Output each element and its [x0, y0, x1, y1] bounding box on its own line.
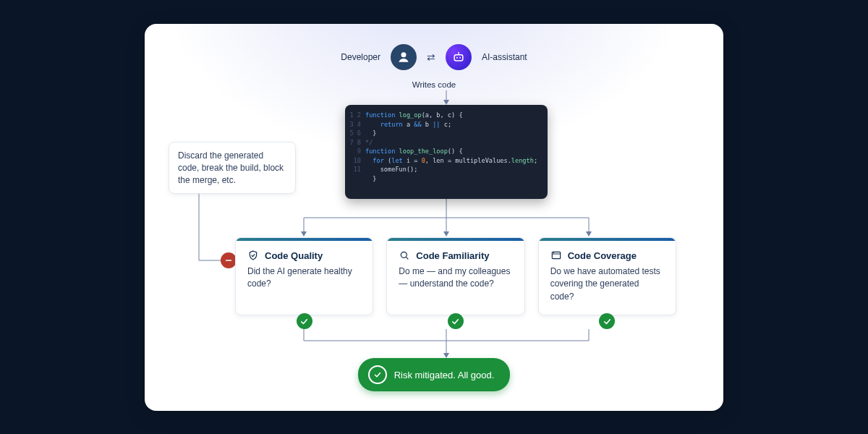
card-code-coverage: Code Coverage Do we have automated tests… — [538, 237, 676, 315]
user-icon — [391, 44, 417, 70]
criteria-row: Code Quality Did the AI generate healthy… — [235, 237, 676, 315]
swap-arrows-icon: ⇄ — [427, 54, 435, 61]
code-gutter: 1 2 3 4 5 6 7 8 9 10 11 — [348, 111, 365, 193]
svg-marker-7 — [443, 231, 449, 237]
minus-icon — [221, 252, 237, 268]
search-icon — [399, 250, 410, 261]
check-badges — [235, 313, 676, 329]
discard-text: Discard the generated code, break the bu… — [178, 150, 284, 185]
result-text: Risk mitigated. All good. — [394, 370, 495, 380]
card-title: Code Familiarity — [416, 250, 489, 261]
developer-label: Developer — [341, 52, 380, 62]
svg-marker-1 — [443, 100, 449, 105]
svg-marker-5 — [301, 231, 307, 237]
diagram-card: Developer ⇄ AI-assistant Writes code 1 2… — [145, 24, 723, 411]
svg-point-26 — [401, 252, 407, 258]
code-body: function log_op(a, b, c) { return a && b… — [365, 111, 542, 193]
check-ring-icon — [368, 365, 387, 384]
card-question: Do we have automated tests covering the … — [550, 265, 664, 303]
assistant-label: AI-assistant — [482, 52, 527, 62]
svg-point-24 — [458, 52, 459, 54]
svg-line-27 — [407, 257, 409, 259]
svg-point-22 — [459, 57, 461, 59]
check-icon — [297, 313, 312, 329]
svg-point-19 — [401, 52, 407, 57]
check-icon — [448, 313, 464, 329]
bot-icon — [446, 44, 472, 70]
browser-icon — [550, 250, 562, 261]
shield-check-icon — [247, 250, 259, 261]
card-question: Did the AI generate healthy code? — [247, 265, 361, 291]
code-block: 1 2 3 4 5 6 7 8 9 10 11 function log_op(… — [345, 105, 548, 199]
svg-marker-9 — [586, 231, 592, 237]
card-title: Code Coverage — [568, 250, 637, 261]
card-title: Code Quality — [265, 250, 323, 261]
discard-box: Discard the generated code, break the bu… — [169, 142, 296, 194]
svg-marker-18 — [443, 353, 449, 358]
writes-code-label: Writes code — [145, 80, 723, 89]
card-code-familiarity: Code Familiarity Do me — and my colleagu… — [386, 237, 524, 315]
svg-point-21 — [456, 57, 458, 59]
check-icon — [599, 313, 615, 329]
result-pill: Risk mitigated. All good. — [358, 358, 511, 391]
card-code-quality: Code Quality Did the AI generate healthy… — [235, 237, 373, 315]
svg-rect-20 — [454, 55, 463, 61]
card-question: Do me — and my colleagues — understand t… — [399, 265, 512, 291]
